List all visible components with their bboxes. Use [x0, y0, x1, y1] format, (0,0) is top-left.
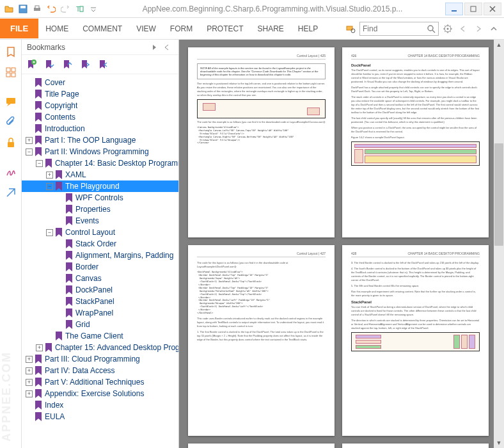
search-button[interactable] [424, 22, 438, 35]
bookmark-item[interactable]: WPF Controls [22, 192, 178, 204]
bookmark-item[interactable]: Canvas [22, 273, 178, 284]
page-429[interactable]: Control Layout | 429 The code used here … [188, 444, 335, 448]
bookmark-label: Index [45, 401, 63, 410]
menu-protect[interactable]: PROTECT [200, 19, 250, 38]
nav-next-icon[interactable] [472, 22, 485, 35]
thumbnails-tool-icon[interactable] [3, 64, 19, 81]
bookmark-item[interactable]: Border [22, 261, 178, 273]
panel-hide-icon[interactable] [161, 41, 173, 54]
expand-icon[interactable]: + [46, 172, 53, 179]
scroll-up-icon[interactable]: ▲ [494, 40, 504, 50]
ribbon-collapse-icon[interactable] [487, 22, 500, 35]
bookmarks-tree[interactable]: CoverTitle PageCopyrightContentsIntroduc… [22, 74, 178, 448]
collapse-icon[interactable]: − [36, 160, 43, 167]
maximize-button[interactable] [464, 3, 482, 15]
quick-search-icon[interactable] [344, 22, 357, 35]
svg-rect-19 [8, 142, 14, 147]
bookmark-tool-icon[interactable] [3, 44, 19, 60]
expand-icon[interactable]: + [26, 367, 33, 374]
collapse-icon[interactable]: − [46, 183, 53, 190]
panel-menu-icon[interactable] [148, 41, 161, 54]
bookmark-item[interactable]: +XAML [22, 169, 178, 180]
collapse-all-icon[interactable] [61, 59, 73, 70]
page-428[interactable]: 428CHAPTER 14 BASIC DESKTOP PROGRAMMING … [342, 245, 489, 435]
nav-prev-icon[interactable] [457, 22, 469, 35]
bookmark-item[interactable]: +Chapter 15: Advanced Desktop Programmin… [22, 342, 178, 353]
redo-icon[interactable] [59, 3, 72, 15]
page-430[interactable]: 430CHAPTER 14 BASIC DESKTOP PROGRAMMING … [342, 444, 489, 448]
bookmark-item[interactable]: StackPanel [22, 296, 178, 307]
bookmark-item[interactable]: +Part IV: Data Access [22, 365, 178, 376]
bookmark-item[interactable]: Contents [22, 111, 178, 123]
close-button[interactable] [484, 3, 501, 15]
scroll-down-icon[interactable]: ▼ [494, 438, 504, 448]
bookmark-item[interactable]: −The Playground [22, 180, 178, 192]
expand-icon[interactable]: + [26, 379, 33, 386]
bookmark-item[interactable]: Index [22, 399, 178, 411]
bookmark-item[interactable]: +Part III: Cloud Programming [22, 353, 178, 365]
menu-form[interactable]: FORM [163, 19, 200, 38]
save-icon[interactable] [17, 3, 29, 15]
scroll-thumb[interactable] [494, 143, 503, 246]
qat-dropdown-icon[interactable] [87, 3, 100, 15]
bookmark-item[interactable]: Alignment, Margins, Padding [22, 250, 178, 261]
security-tool-icon[interactable] [3, 134, 19, 151]
bookmark-item[interactable]: Events [22, 215, 178, 227]
comment-tool-icon[interactable] [3, 93, 19, 110]
bookmarks-header: Bookmarks [22, 40, 178, 55]
svg-point-13 [447, 28, 449, 29]
open-icon[interactable] [3, 3, 15, 15]
attachment-tool-icon[interactable] [3, 114, 19, 131]
expand-icon[interactable]: + [26, 390, 33, 397]
page-426[interactable]: 426CHAPTER 14 BASIC DESKTOP PROGRAMMING … [342, 47, 489, 237]
bookmarks-toolbar [22, 55, 178, 74]
collapse-icon[interactable]: − [26, 148, 33, 156]
bookmark-item[interactable]: −Control Layout [22, 227, 178, 238]
bookmark-item[interactable]: Introduction [22, 123, 178, 134]
expand-icon[interactable]: + [26, 356, 33, 363]
svg-text:T: T [76, 6, 80, 13]
bookmark-label: Stack Order [75, 239, 116, 248]
undo-icon[interactable] [45, 3, 58, 15]
typewriter-icon[interactable]: T [73, 3, 86, 15]
bookmark-item[interactable]: The Game Client [22, 330, 178, 342]
document-area[interactable]: Control Layout | 425 NOTE All of the exa… [179, 40, 504, 448]
link-tool-icon[interactable] [3, 184, 19, 201]
menu-help[interactable]: HELP [291, 19, 325, 38]
bookmark-item[interactable]: WrapPanel [22, 307, 178, 319]
signature-tool-icon[interactable] [3, 164, 19, 180]
menu-share[interactable]: SHARE [251, 19, 291, 38]
settings-icon[interactable] [441, 22, 454, 35]
bookmark-item[interactable]: Title Page [22, 88, 178, 100]
menu-view[interactable]: VIEW [129, 19, 163, 38]
print-icon[interactable] [31, 3, 43, 15]
minimize-button[interactable] [445, 3, 463, 15]
bookmark-item[interactable]: +Part V: Additional Techniques [22, 376, 178, 388]
page-425[interactable]: Control Layout | 425 NOTE All of the exa… [188, 47, 335, 237]
bookmark-item[interactable]: +Part I: The OOP Language [22, 134, 178, 146]
bookmark-item[interactable]: Copyright [22, 100, 178, 111]
move-left-icon[interactable] [97, 59, 109, 70]
bookmark-item[interactable]: Cover [22, 77, 178, 88]
page-427[interactable]: Control Layout | 427 The code for this l… [188, 245, 335, 435]
move-right-icon[interactable] [79, 59, 91, 70]
expand-icon[interactable]: + [26, 137, 33, 144]
menu-home[interactable]: HOME [38, 19, 75, 38]
svg-rect-5 [80, 6, 83, 12]
bookmark-item[interactable]: Stack Order [22, 238, 178, 250]
expand-icon[interactable]: + [36, 344, 43, 351]
search-input[interactable] [360, 24, 424, 33]
bookmark-item[interactable]: Grid [22, 319, 178, 330]
vertical-scrollbar[interactable]: ▲ ▼ [494, 40, 504, 448]
expand-all-icon[interactable] [43, 59, 55, 70]
bookmark-item[interactable]: +Appendix: Exercise Solutions [22, 388, 178, 399]
menu-file[interactable]: FILE [0, 19, 38, 38]
bookmark-item[interactable]: EULA [22, 411, 178, 422]
bookmark-item[interactable]: DockPanel [22, 284, 178, 296]
bookmark-item[interactable]: Properties [22, 204, 178, 215]
bookmark-item[interactable]: −Chapter 14: Basic Desktop Programming [22, 157, 178, 169]
bookmark-item[interactable]: −Part II: Windows Programming [22, 146, 178, 157]
add-bookmark-icon[interactable] [26, 59, 37, 70]
collapse-icon[interactable]: − [46, 229, 53, 236]
menu-comment[interactable]: COMMENT [75, 19, 129, 38]
